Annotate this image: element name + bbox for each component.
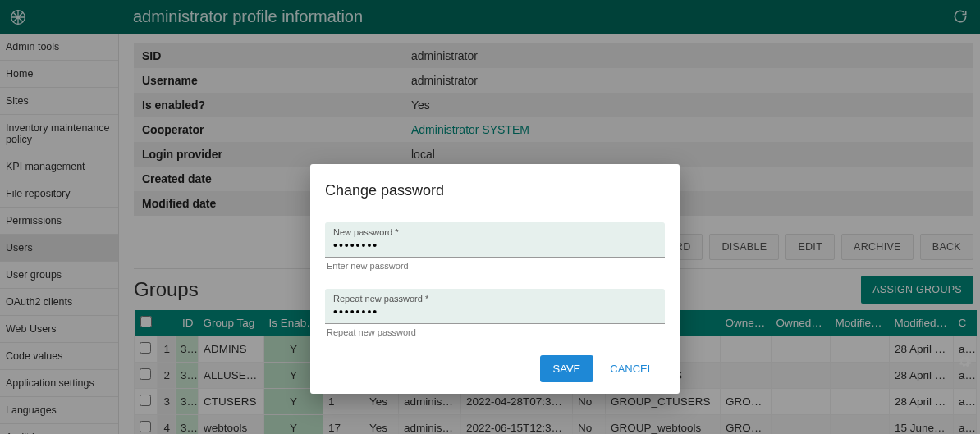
dialog-title: Change password xyxy=(325,182,665,199)
cancel-button[interactable]: CANCEL xyxy=(598,355,665,382)
save-button[interactable]: SAVE xyxy=(540,355,594,382)
repeat-password-hint: Repeat new password xyxy=(325,327,665,337)
change-password-dialog: Change password New password * Enter new… xyxy=(310,164,680,394)
new-password-input[interactable] xyxy=(333,239,657,252)
new-password-label: New password * xyxy=(333,227,657,237)
new-password-field: New password * Enter new password xyxy=(325,222,665,271)
repeat-password-label: Repeat new password * xyxy=(333,294,657,304)
new-password-hint: Enter new password xyxy=(325,261,665,271)
dialog-actions: SAVE CANCEL xyxy=(325,355,665,382)
repeat-password-input[interactable] xyxy=(333,305,657,318)
repeat-password-field: Repeat new password * Repeat new passwor… xyxy=(325,289,665,337)
